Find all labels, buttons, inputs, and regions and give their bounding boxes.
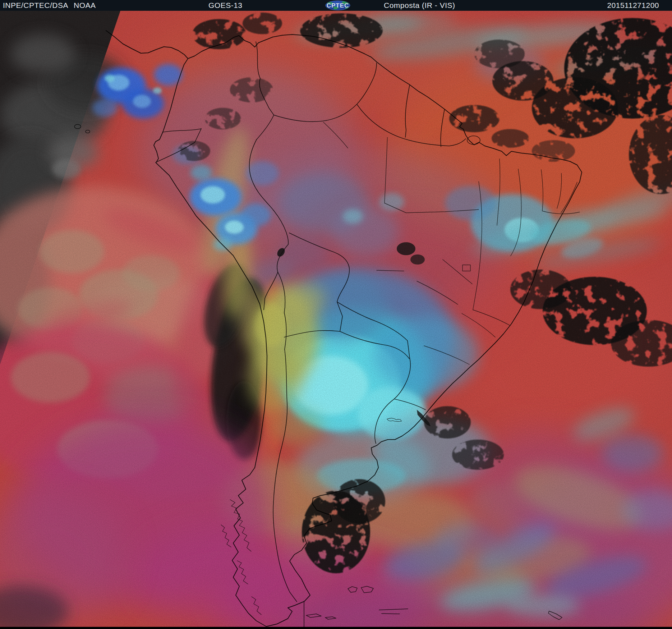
title-bar: INPE/CPTEC/DSA NOAA GOES-13 CPTEC Compos… bbox=[0, 0, 672, 11]
logo-text: CPTEC bbox=[327, 2, 349, 9]
satellite-image-stage bbox=[0, 0, 672, 629]
noaa-label: NOAA bbox=[74, 1, 96, 10]
satellite-map-canvas bbox=[0, 0, 672, 629]
bottom-gap-bar bbox=[0, 627, 672, 629]
cptec-logo: CPTEC bbox=[325, 0, 351, 10]
agency-label: INPE/CPTEC/DSA bbox=[3, 1, 68, 10]
light-grain-overlay bbox=[0, 11, 672, 627]
timestamp-label: 201511271200 bbox=[607, 1, 659, 10]
satellite-label: GOES-13 bbox=[208, 1, 243, 10]
product-label: Composta (IR - VIS) bbox=[384, 1, 455, 10]
